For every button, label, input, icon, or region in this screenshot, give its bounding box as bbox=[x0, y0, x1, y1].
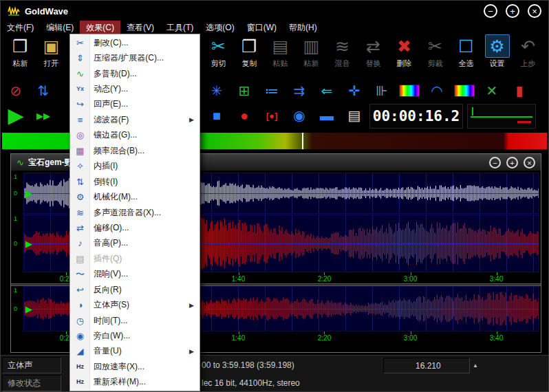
ctrl-green-x-button[interactable]: ✕ bbox=[480, 79, 504, 102]
menu-item-label: 回声(E)... bbox=[89, 98, 128, 110]
ctrl-add-image-button[interactable]: ⊞ bbox=[232, 79, 257, 102]
menu-item-label: 压缩器/扩展器(C)... bbox=[89, 52, 164, 64]
ctrl-spectrogram-button[interactable] bbox=[452, 79, 477, 102]
add-image-icon: ⊞ bbox=[239, 84, 250, 98]
menu-item-multichannel-mixer[interactable]: ≋多声道混音器(X)... bbox=[71, 205, 199, 220]
close-button[interactable]: × bbox=[528, 4, 541, 18]
toolbar-copy-button[interactable]: ❐复制 bbox=[234, 34, 265, 76]
toolbar-caption: 上步 bbox=[521, 58, 536, 69]
axis-label: 1:40 bbox=[232, 275, 245, 283]
menu-item-echo[interactable]: ↪回声(E)... bbox=[71, 97, 199, 112]
ctrl-spectrum-button[interactable] bbox=[397, 79, 422, 102]
play-marker-icon[interactable]: ▶ bbox=[25, 239, 32, 249]
menu-item-doppler[interactable]: ∿多普勒(D)... bbox=[71, 66, 199, 81]
ctrl-arch-button[interactable]: ◠ bbox=[424, 79, 449, 102]
censor-icon: ✂ bbox=[71, 39, 89, 47]
toolbar-settings-button[interactable]: ⚙设置 bbox=[482, 34, 513, 76]
menu-item-label: 重新采样(M)... bbox=[89, 376, 146, 388]
ctrl-play-button[interactable]: ▶ bbox=[3, 104, 28, 127]
menu-item-compressor-expander[interactable]: ⇕压缩器/扩展器(C)... bbox=[71, 50, 199, 65]
menu-item-label: 音高(P)... bbox=[89, 237, 128, 249]
trim-icon: ✂ bbox=[423, 34, 448, 58]
menu-item-offset[interactable]: ⇄偏移(O)... bbox=[71, 220, 199, 235]
ctrl-back-arrow-button[interactable]: ⇐ bbox=[314, 79, 339, 102]
toolbar-caption: 打开 bbox=[44, 58, 59, 69]
ctrl-forbidden-button[interactable]: ⊘ bbox=[3, 79, 28, 102]
menu-item-voice-over[interactable]: ◉旁白(W)... bbox=[71, 328, 199, 343]
menu-item-dynamics[interactable]: Yx动态(Y)... bbox=[71, 81, 199, 96]
axis-label: 2:20 bbox=[318, 334, 331, 342]
axis-label: 3:40 bbox=[490, 275, 503, 283]
sound-minimize-button[interactable]: − bbox=[489, 157, 501, 168]
play-marker-icon[interactable]: ▶ bbox=[25, 304, 32, 314]
ctrl-stop-button[interactable]: ■ bbox=[204, 104, 229, 127]
menubar-item-help[interactable]: 帮助(H) bbox=[283, 21, 323, 35]
multichannel-mixer-icon: ≋ bbox=[71, 208, 89, 217]
ctrl-equalizer-button[interactable]: ⊪ bbox=[369, 79, 394, 102]
mechanize-icon: ⚙ bbox=[71, 193, 89, 202]
modify-state-cell: 修改状态 bbox=[2, 375, 61, 391]
menu-item-interpolate[interactable]: ✧内插(I) bbox=[71, 159, 199, 174]
menu-item-label: 机械化(M)... bbox=[89, 191, 138, 203]
menu-item-flanger[interactable]: ◎镶边器(G)... bbox=[71, 128, 199, 143]
menu-item-label: 混响(V)... bbox=[89, 268, 128, 280]
menu-item-time[interactable]: ◷时间(T)... bbox=[71, 313, 199, 328]
play-marker-icon[interactable]: ▶ bbox=[25, 188, 32, 199]
axis-label: 1:40 bbox=[232, 334, 245, 342]
playlist-icon: ≔ bbox=[265, 84, 279, 98]
ctrl-red-clip-button[interactable]: ▮ bbox=[507, 79, 532, 102]
menu-item-filter[interactable]: ≡滤波器(F)▶ bbox=[71, 112, 199, 127]
toolbar-open-button[interactable]: ▣打开 bbox=[36, 34, 67, 76]
ctrl-fast-play-button[interactable]: ▶▶ bbox=[31, 104, 56, 127]
menu-item-reverb[interactable]: 〜混响(V)... bbox=[71, 267, 199, 282]
red-clip-icon: ▮ bbox=[515, 84, 523, 98]
menubar-item-file[interactable]: 文件(F) bbox=[1, 21, 40, 35]
ctrl-playlist-button[interactable]: ≔ bbox=[259, 79, 284, 102]
menu-item-mechanize[interactable]: ⚙机械化(M)... bbox=[71, 189, 199, 204]
menu-item-stereo[interactable]: ◑立体声(S)▶ bbox=[71, 297, 199, 312]
sound-maximize-button[interactable]: + bbox=[506, 157, 518, 168]
reverse-icon: ↩ bbox=[71, 285, 89, 294]
ctrl-blue-bar-button[interactable]: ▬ bbox=[314, 104, 339, 127]
ctrl-star-button[interactable]: ✳ bbox=[204, 79, 229, 102]
sound-close-button[interactable]: × bbox=[524, 157, 535, 168]
ctrl-updown-arrows-button[interactable]: ⇅ bbox=[31, 79, 56, 102]
menu-item-reverse[interactable]: ↩反向(R) bbox=[71, 282, 199, 297]
minimize-button[interactable]: − bbox=[484, 4, 497, 18]
menubar-item-edit[interactable]: 编辑(E) bbox=[40, 21, 80, 35]
menu-item-playback-rate[interactable]: Hz回放速率(X)... bbox=[71, 359, 199, 374]
echo-icon: ↪ bbox=[71, 100, 89, 109]
position-value-cell[interactable]: 16.210 bbox=[383, 358, 470, 373]
ctrl-monitor-button[interactable]: ◉ bbox=[287, 104, 312, 127]
menubar-item-options[interactable]: 选项(O) bbox=[200, 21, 240, 35]
menu-item-resample[interactable]: Hz重新采样(M)... bbox=[71, 375, 199, 390]
ctrl-move-button[interactable]: ✛ bbox=[342, 79, 367, 102]
menubar-item-effects[interactable]: 效果(C) bbox=[80, 21, 120, 35]
titlebar: GoldWave − + × bbox=[1, 1, 548, 21]
copy-icon: ❐ bbox=[237, 34, 262, 58]
select-all-icon: ☐ bbox=[454, 34, 479, 58]
ctrl-forward-arrows-button[interactable]: ⇉ bbox=[287, 79, 312, 102]
menu-item-frequency-blend[interactable]: ▦频率混合(B)... bbox=[71, 143, 199, 158]
ctrl-record-selection-button[interactable]: [●] bbox=[259, 104, 284, 127]
toolbar-cut-button[interactable]: ✂剪切 bbox=[203, 34, 234, 76]
spinner-up-icon[interactable]: ▲ bbox=[473, 362, 478, 369]
menu-item-pitch[interactable]: ♪音高(P)... bbox=[71, 236, 199, 251]
ctrl-properties-button[interactable]: ▤ bbox=[342, 104, 367, 127]
channel-mode-cell[interactable]: 立体声 bbox=[2, 357, 61, 373]
menu-item-censor[interactable]: ✂删改(C)... bbox=[71, 35, 199, 50]
menu-item-invert[interactable]: ⇅倒转(I) bbox=[71, 174, 199, 189]
toolbar-caption: 粘新 bbox=[13, 58, 28, 69]
toolbar-select-all-button[interactable]: ☐全选 bbox=[451, 34, 482, 76]
menubar-item-window[interactable]: 窗口(W) bbox=[241, 21, 283, 35]
menubar-item-view[interactable]: 查看(V) bbox=[120, 21, 160, 35]
menubar-item-tools[interactable]: 工具(T) bbox=[160, 21, 200, 35]
ctrl-record-button[interactable]: ● bbox=[232, 104, 257, 127]
maximize-button[interactable]: + bbox=[506, 4, 519, 18]
scale-label: 1 bbox=[14, 173, 17, 180]
toolbar-paste-new-button[interactable]: ❐粘新 bbox=[5, 34, 36, 76]
toolbar-delete-button[interactable]: ✖删除 bbox=[389, 34, 420, 76]
menu-item-volume[interactable]: ◢音量(U)▶ bbox=[71, 344, 199, 359]
volume-icon: ◢ bbox=[71, 347, 89, 356]
menu-item-label: 立体声(S) bbox=[89, 299, 129, 311]
